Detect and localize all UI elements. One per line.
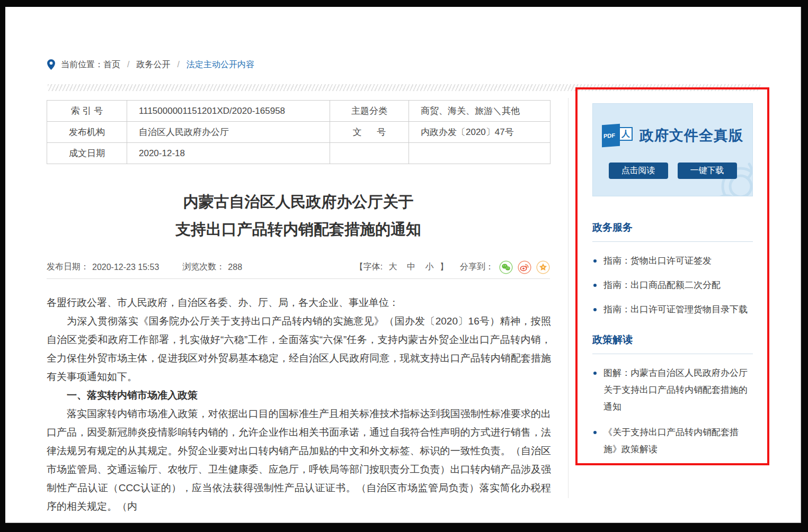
read-online-button[interactable]: 点击阅读 <box>609 163 668 179</box>
font-size-prefix: 【字体: <box>355 262 383 271</box>
list-item-policy-1[interactable]: 图解：内蒙古自治区人民政府办公厅关于支持出口产品转内销配套措施的通知 <box>592 365 753 416</box>
pdf-card-title: 政府文件全真版 <box>640 126 743 145</box>
share-label: 分享到： <box>460 262 494 273</box>
font-size-small-button[interactable]: 小 <box>425 262 434 271</box>
list-item-service-2[interactable]: 指南：出口商品配额二次分配 <box>592 277 753 294</box>
qzone-share-icon[interactable] <box>536 260 550 274</box>
article-paragraph: 各盟行政公署、市人民政府，自治区各委、办、厅、局，各大企业、事业单位： <box>47 293 551 312</box>
section-title-services: 政务服务 <box>592 221 753 235</box>
location-pin-icon <box>47 59 56 70</box>
list-item-service-3[interactable]: 指南：出口许可证管理货物目录下载 <box>592 301 753 318</box>
breadcrumb-label: 当前位置： <box>61 59 103 70</box>
table-row: 发布机构 自治区人民政府办公厅 文 号 内政办发〔2020〕47号 <box>47 122 550 143</box>
font-size-large-button[interactable]: 大 <box>389 262 397 271</box>
article-paragraph: 为深入贯彻落实《国务院办公厅关于支持出口产品转内销的实施意见》（国办发〔2020… <box>47 312 551 386</box>
sidebar-section-policy: 政策解读 图解：内蒙古自治区人民政府办公厅关于支持出口产品转内销配套措施的通知 … <box>592 333 753 458</box>
views-count: 288 <box>228 263 242 272</box>
breadcrumb-separator: / <box>177 60 179 69</box>
policy-list: 图解：内蒙古自治区人民政府办公厅关于支持出口产品转内销配套措施的通知 《关于支持… <box>592 365 753 458</box>
download-button[interactable]: 一键下载 <box>678 163 737 179</box>
section-divider <box>592 241 753 242</box>
meta-value-issuer: 自治区人民政府办公厅 <box>127 122 330 143</box>
publish-info-left: 发布日期： 2020-12-23 15:53 浏览次数： 288 <box>47 262 242 273</box>
meta-label-index-no: 索 引 号 <box>47 101 127 122</box>
page: 当前位置： 首页 / 政务公开 / 法定主动公开内容 索 引 号 1115000… <box>5 7 801 523</box>
breadcrumb-home[interactable]: 首页 <box>103 59 120 70</box>
sidebar-highlight-box: PDF 人 政府文件全真版 点击阅读 一键下载 政务服务 指南：货物出口许可证签… <box>575 87 769 465</box>
font-size-medium-button[interactable]: 中 <box>407 262 415 271</box>
article-body: 各盟行政公署、市人民政府，自治区各委、办、厅、局，各大企业、事业单位： 为深入贯… <box>47 293 551 516</box>
services-list: 指南：货物出口许可证签发 指南：出口商品配额二次分配 指南：出口许可证管理货物目… <box>592 253 753 318</box>
pdf-fulltext-card: PDF 人 政府文件全真版 点击阅读 一键下载 <box>592 103 753 196</box>
pdf-reader-badge-icon: 人 <box>619 127 633 141</box>
publish-date-label: 发布日期： <box>47 262 89 273</box>
publish-date-value: 2020-12-23 15:53 <box>92 263 159 272</box>
views-label: 浏览次数： <box>182 262 225 273</box>
table-row: 成文日期 2020-12-18 <box>47 143 550 164</box>
page-title: 内蒙古自治区人民政府办公厅关于 支持出口产品转内销配套措施的通知 <box>47 188 550 243</box>
list-item-policy-2[interactable]: 《关于支持出口产品转内销配套措施》政策解读 <box>592 424 753 458</box>
meta-label-empty <box>330 143 409 164</box>
sidebar-section-services: 政务服务 指南：货物出口许可证签发 指南：出口商品配额二次分配 指南：出口许可证… <box>592 221 753 318</box>
section-title-policy: 政策解读 <box>592 333 753 347</box>
meta-value-empty <box>409 143 550 164</box>
meta-value-doc-no: 内政办发〔2020〕47号 <box>409 122 550 143</box>
pdf-card-header: PDF 人 政府文件全真版 <box>593 104 752 148</box>
publish-info-row: 发布日期： 2020-12-23 15:53 浏览次数： 288 【字体: 大 … <box>47 256 550 279</box>
breadcrumb-gov-disclosure[interactable]: 政务公开 <box>136 59 170 70</box>
meta-label-topic: 主题分类 <box>330 101 409 122</box>
section-divider <box>592 354 753 354</box>
breadcrumb-separator: / <box>127 60 129 69</box>
breadcrumb-current[interactable]: 法定主动公开内容 <box>187 59 254 70</box>
pdf-doc-shape: PDF <box>602 124 620 147</box>
page-title-line2: 支持出口产品转内销配套措施的通知 <box>47 215 550 243</box>
meta-value-topic: 商贸、海关、旅游＼其他 <box>409 101 550 122</box>
wechat-share-icon[interactable] <box>499 260 513 274</box>
article-paragraph: 落实国家转内销市场准入政策，对依据出口目的国标准生产且相关标准技术指标达到我国强… <box>47 404 551 516</box>
table-row: 索 引 号 1115000001151201XD/2020-165958 主题分… <box>47 101 550 122</box>
weibo-share-icon[interactable] <box>518 260 531 274</box>
sidebar-divider-line <box>568 98 569 498</box>
publish-info-right: 【字体: 大 中 小 】 分享到： <box>355 260 550 274</box>
meta-label-issuer: 发布机构 <box>47 122 127 143</box>
meta-value-date: 2020-12-18 <box>127 143 330 164</box>
document-meta-table: 索 引 号 1115000001151201XD/2020-165958 主题分… <box>47 100 550 164</box>
breadcrumb: 当前位置： 首页 / 政务公开 / 法定主动公开内容 <box>47 59 254 70</box>
share-icons <box>499 260 550 274</box>
meta-label-date: 成文日期 <box>47 143 127 164</box>
pdf-card-buttons: 点击阅读 一键下载 <box>593 163 752 179</box>
meta-value-index-no: 1115000001151201XD/2020-165958 <box>127 101 330 122</box>
article-section-heading: 一、落实转内销市场准入政策 <box>47 386 551 404</box>
page-title-line1: 内蒙古自治区人民政府办公厅关于 <box>47 188 550 215</box>
list-item-service-1[interactable]: 指南：货物出口许可证签发 <box>592 253 753 269</box>
font-size-suffix: 】 <box>440 262 448 271</box>
font-size-control: 【字体: 大 中 小 】 <box>355 262 448 273</box>
meta-label-doc-no: 文 号 <box>330 122 409 143</box>
pdf-file-icon: PDF 人 <box>602 123 633 148</box>
